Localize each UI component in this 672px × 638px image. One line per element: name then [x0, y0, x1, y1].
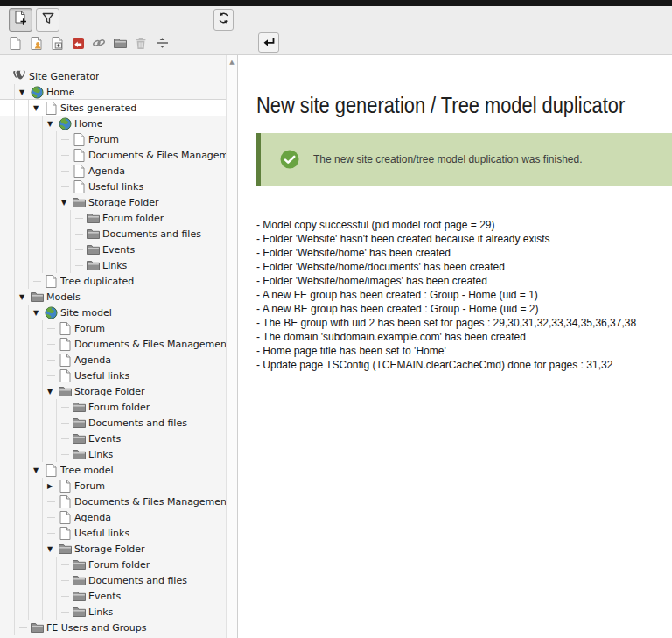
- tree-item-forum-folder[interactable]: Forum folder: [75, 210, 226, 226]
- tree-item-forum-folder[interactable]: Forum folder: [61, 557, 226, 572]
- scroll-up-icon[interactable]: ▲: [227, 55, 237, 66]
- tree-item-storage-folder[interactable]: ▼Storage Folder: [47, 541, 226, 557]
- collapse-arrow-icon[interactable]: ▼: [61, 199, 72, 207]
- folder-icon: [72, 417, 86, 428]
- tree-item-documents-and-files[interactable]: Documents and files: [61, 415, 226, 431]
- tree-item-storage-folder[interactable]: ▼Storage Folder: [61, 194, 226, 210]
- folder-icon: [86, 260, 100, 270]
- trash-icon[interactable]: [134, 36, 148, 51]
- tree-item-events[interactable]: Events: [75, 242, 226, 257]
- pagetree-toolbar: [0, 6, 672, 55]
- tree-item-documents-files-management[interactable]: Documents & Files Management: [47, 336, 226, 352]
- tree-item-label: Site model: [60, 307, 112, 319]
- page-icon: [44, 275, 58, 288]
- tree-item-agenda[interactable]: Agenda: [47, 509, 226, 525]
- tree-item-label: Documents & Files Management: [74, 496, 226, 508]
- tree-item-label: Links: [102, 260, 127, 271]
- divider-icon[interactable]: [155, 36, 169, 51]
- collapse-arrow-icon[interactable]: ▼: [19, 293, 30, 301]
- tree-item-label: Useful links: [88, 181, 144, 193]
- expand-arrow-icon[interactable]: ▶: [47, 482, 58, 490]
- collapse-arrow-icon[interactable]: ▼: [47, 120, 58, 128]
- new-page-toggle-button[interactable]: [9, 8, 32, 32]
- page-icon: [58, 480, 72, 493]
- folder-icon: [30, 622, 44, 633]
- tree-item-label: Documents and files: [102, 228, 201, 240]
- tree-item-tree-model[interactable]: ▼Tree model: [33, 462, 226, 478]
- log-line: - Update page TSConfig (TCEMAIN.clearCac…: [256, 358, 672, 372]
- tree-item-events[interactable]: Events: [61, 588, 226, 604]
- tree-item-forum-folder[interactable]: Forum folder: [61, 399, 226, 415]
- tree-item-documents-files-management[interactable]: Documents & Files Management: [47, 494, 226, 509]
- tree-item-events[interactable]: Events: [61, 431, 226, 446]
- folder-icon: [72, 433, 86, 444]
- link-icon[interactable]: [92, 36, 106, 51]
- log-line: - The domain 'subdomain.example.com' has…: [256, 330, 672, 344]
- tree-item-links[interactable]: Links: [61, 604, 226, 620]
- page-icon[interactable]: [8, 36, 22, 51]
- tree-line: [47, 533, 58, 534]
- tree-item-links[interactable]: Links: [61, 446, 226, 462]
- folder-icon: [72, 449, 86, 459]
- globe-icon: [30, 86, 44, 99]
- page-icon: [58, 511, 72, 524]
- tree-item-label: Tree model: [60, 465, 114, 476]
- collapse-arrow-icon[interactable]: ▼: [47, 388, 58, 396]
- tree-item-site-model[interactable]: ▼Site model: [33, 305, 226, 320]
- page-title: New site generation / Tree model duplica…: [256, 91, 606, 119]
- folder-icon[interactable]: [113, 36, 127, 51]
- collapse-arrow-icon[interactable]: ▼: [33, 309, 44, 317]
- refresh-button[interactable]: [214, 9, 234, 31]
- page-icon: [58, 495, 72, 508]
- tree-item-label: Forum folder: [88, 402, 150, 413]
- globe-icon: [58, 117, 72, 130]
- tree-item-links[interactable]: Links: [75, 257, 226, 273]
- shortcut-page-icon[interactable]: [29, 36, 43, 51]
- tree-item-home[interactable]: ▼Home: [47, 116, 226, 131]
- tree-item-label: Links: [88, 449, 113, 460]
- tree-item-label: Storage Folder: [74, 543, 145, 555]
- tree-item-forum[interactable]: Forum: [61, 131, 226, 147]
- tree-item-tree-duplicated[interactable]: Tree duplicated: [33, 273, 226, 289]
- collapse-arrow-icon[interactable]: ▼: [33, 104, 44, 112]
- tree-item-useful-links[interactable]: Useful links: [61, 179, 226, 194]
- folder-icon: [72, 197, 86, 207]
- tree-item-forum[interactable]: Forum: [47, 320, 226, 336]
- page-icon: [72, 180, 86, 193]
- tree-scrollbar[interactable]: ▲: [226, 55, 237, 638]
- tree-item-forum[interactable]: ▶Forum: [47, 478, 226, 494]
- collapse-arrow-icon[interactable]: ▼: [33, 466, 44, 474]
- tree-item-storage-folder[interactable]: ▼Storage Folder: [47, 383, 226, 399]
- collapse-arrow-icon[interactable]: ▼: [47, 545, 58, 553]
- tree-item-label: Home: [46, 87, 74, 98]
- new-page-icon: [14, 11, 27, 29]
- tree-item-models[interactable]: ▼Models: [19, 289, 226, 305]
- tree-item-fe-users-and-groups[interactable]: FE Users and Groups: [19, 620, 226, 635]
- tree-item-site-generator[interactable]: Site Generator: [12, 68, 226, 84]
- page-icon: [72, 165, 86, 178]
- filter-button[interactable]: [36, 8, 60, 32]
- page-icon: [44, 102, 58, 115]
- tree-item-label: Forum folder: [88, 559, 150, 571]
- tree-item-home[interactable]: ▼Home: [19, 84, 226, 100]
- return-button[interactable]: [258, 32, 279, 53]
- filter-icon: [41, 11, 55, 29]
- tree-item-label: Forum: [88, 134, 119, 145]
- top-black-bar: [0, 0, 672, 6]
- mountpoint-page-icon[interactable]: [50, 36, 64, 51]
- tree-item-documents-and-files[interactable]: Documents and files: [75, 226, 226, 242]
- collapse-arrow-icon[interactable]: ▼: [19, 88, 30, 96]
- tree-item-label: Agenda: [88, 165, 125, 177]
- tree-item-useful-links[interactable]: Useful links: [47, 525, 226, 541]
- tree-item-sites-generated[interactable]: ▼Sites generated: [33, 100, 226, 116]
- success-alert-message: The new site creation/tree model duplica…: [313, 153, 583, 165]
- tree-line: [75, 265, 86, 266]
- tree-item-agenda[interactable]: Agenda: [47, 352, 226, 368]
- tree-item-documents-files-management[interactable]: Documents & Files Management: [61, 147, 226, 163]
- tree-line: [61, 155, 72, 156]
- log-line: - Folder 'Website' hasn't been created b…: [256, 232, 672, 246]
- tree-item-agenda[interactable]: Agenda: [61, 163, 226, 179]
- tree-item-documents-and-files[interactable]: Documents and files: [61, 572, 226, 588]
- tree-item-useful-links[interactable]: Useful links: [47, 368, 226, 383]
- external-url-page-icon[interactable]: [71, 36, 85, 51]
